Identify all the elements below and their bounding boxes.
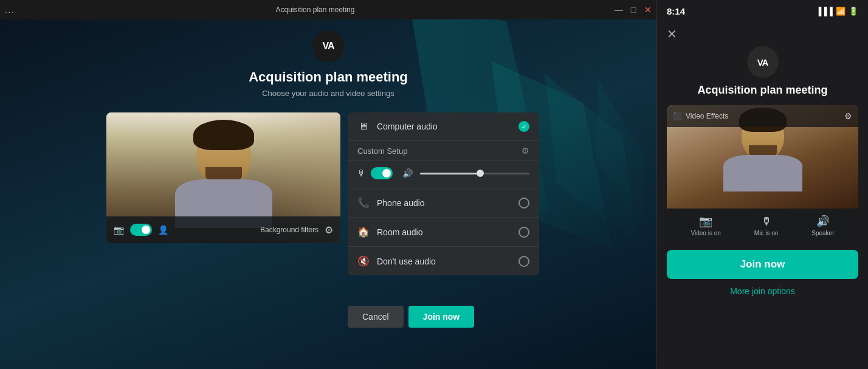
meeting-title: Acquisition plan meeting [249, 69, 408, 85]
volume-thumb[interactable] [477, 170, 484, 177]
mobile-status-bar: 8:14 ▐▐▐ 📶 🔋 [657, 0, 868, 22]
volume-fill [420, 173, 480, 174]
computer-audio-label: Computer audio [377, 122, 511, 131]
camera-icon: 📷 [114, 225, 124, 235]
title-bar-controls: — □ ✕ [615, 6, 652, 13]
mobile-speaker-label: Speaker [811, 230, 834, 236]
mobile-mic-label: Mic is on [754, 230, 778, 236]
no-audio-radio[interactable] [518, 256, 529, 267]
mobile-header: ✕ [657, 22, 868, 46]
camera-settings-icon[interactable]: ⚙ [325, 224, 333, 236]
person-head [196, 125, 251, 185]
microphone-toggle[interactable] [371, 167, 393, 179]
mobile-video-preview: ⬛ Video Effects ⚙ [667, 105, 858, 240]
volume-slider[interactable] [420, 173, 529, 174]
phone-audio-option[interactable]: 📞 Phone audio [348, 188, 539, 218]
close-button[interactable]: ✕ [644, 6, 652, 13]
computer-audio-radio[interactable] [518, 121, 529, 132]
video-effects-label: Video Effects [686, 112, 841, 120]
no-audio-icon: 🔇 [357, 255, 370, 267]
mobile-join-now-button[interactable]: Join now [667, 250, 858, 279]
background-filters-label[interactable]: Background filters [260, 226, 319, 234]
custom-setup-row[interactable]: Custom Setup ⚙ [348, 141, 539, 161]
computer-audio-option[interactable]: 🖥 Computer audio [348, 112, 539, 141]
mobile-meeting-title: Acquisition plan meeting [697, 84, 827, 97]
maximize-button[interactable]: □ [630, 6, 637, 13]
app-logo: VA [312, 30, 344, 62]
mobile-content: VA Acquisition plan meeting ⬛ Video Effe… [657, 46, 868, 369]
mobile-more-join-options[interactable]: More join options [730, 286, 795, 296]
mobile-speaker-icon: 🔊 [816, 215, 830, 228]
speaker-icon: 🔊 [402, 168, 413, 178]
mobile-mic-icon: 🎙 [761, 215, 772, 228]
mic-speaker-row: 🎙 🔊 [348, 161, 539, 188]
mobile-status-icons: ▐▐▐ 📶 🔋 [816, 7, 858, 16]
mobile-logo-text: VA [757, 57, 768, 67]
no-audio-option[interactable]: 🔇 Don't use audio [348, 247, 539, 275]
camera-preview: 📷 👤 Background filters ⚙ [106, 112, 340, 243]
mobile-time: 8:14 [667, 6, 685, 16]
mobile-speaker-control[interactable]: 🔊 Speaker [811, 215, 834, 236]
logo-text: VA [322, 41, 334, 52]
mobile-video-icon: 📷 [699, 215, 712, 228]
join-now-button[interactable]: Join now [408, 306, 475, 328]
phone-audio-radio[interactable] [518, 198, 529, 209]
audio-panel: 🖥 Computer audio Custom Setup ⚙ 🎙 🔊 [348, 112, 539, 275]
mobile-mic-control[interactable]: 🎙 Mic is on [754, 215, 778, 236]
video-effects-icon: ⬛ [673, 112, 682, 120]
desktop-app-panel: ... Acquisition plan meeting — □ ✕ VA Ac… [0, 0, 656, 369]
signal-icon: ▐▐▐ [816, 7, 833, 16]
cancel-button[interactable]: Cancel [348, 306, 404, 328]
wifi-icon: 📶 [836, 7, 846, 16]
mobile-controls-row: 📷 Video is on 🎙 Mic is on 🔊 Speaker [667, 209, 858, 240]
mobile-video-control[interactable]: 📷 Video is on [691, 215, 721, 236]
title-bar-title: Acquisition plan meeting [275, 5, 354, 14]
room-audio-icon: 🏠 [357, 226, 370, 238]
camera-toggle[interactable] [130, 224, 152, 236]
computer-audio-section: 🖥 Computer audio Custom Setup ⚙ 🎙 🔊 [348, 112, 539, 188]
computer-audio-icon: 🖥 [357, 121, 370, 132]
background-filter-icon: 👤 [158, 225, 168, 235]
room-audio-label: Room audio [377, 227, 511, 237]
mobile-close-icon[interactable]: ✕ [667, 27, 677, 41]
mobile-video-label: Video is on [691, 230, 721, 236]
mobile-panel: 8:14 ▐▐▐ 📶 🔋 ✕ VA Acquisition plan meeti… [656, 0, 868, 369]
custom-setup-gear-icon[interactable]: ⚙ [522, 146, 529, 156]
room-audio-option[interactable]: 🏠 Room audio [348, 218, 539, 247]
no-audio-label: Don't use audio [377, 257, 511, 266]
camera-toolbar: 📷 👤 Background filters ⚙ [106, 216, 340, 243]
mobile-app-logo: VA [747, 46, 779, 78]
custom-setup-label: Custom Setup [357, 147, 517, 156]
battery-icon: 🔋 [849, 7, 858, 16]
mobile-video-effects-bar[interactable]: ⬛ Video Effects ⚙ [667, 105, 858, 127]
meeting-subtitle: Choose your audio and video settings [262, 89, 394, 98]
phone-audio-label: Phone audio [377, 198, 511, 208]
microphone-icon: 🎙 [357, 168, 366, 178]
title-bar-dots: ... [5, 5, 15, 15]
mobile-video-settings-icon[interactable]: ⚙ [844, 111, 852, 121]
title-bar: ... Acquisition plan meeting — □ ✕ [0, 0, 656, 19]
header-content: VA Acquisition plan meeting Choose your … [0, 30, 656, 98]
action-buttons: Cancel Join now [348, 306, 474, 328]
phone-audio-icon: 📞 [357, 197, 370, 209]
minimize-button[interactable]: — [615, 6, 622, 13]
room-audio-radio[interactable] [518, 227, 529, 238]
